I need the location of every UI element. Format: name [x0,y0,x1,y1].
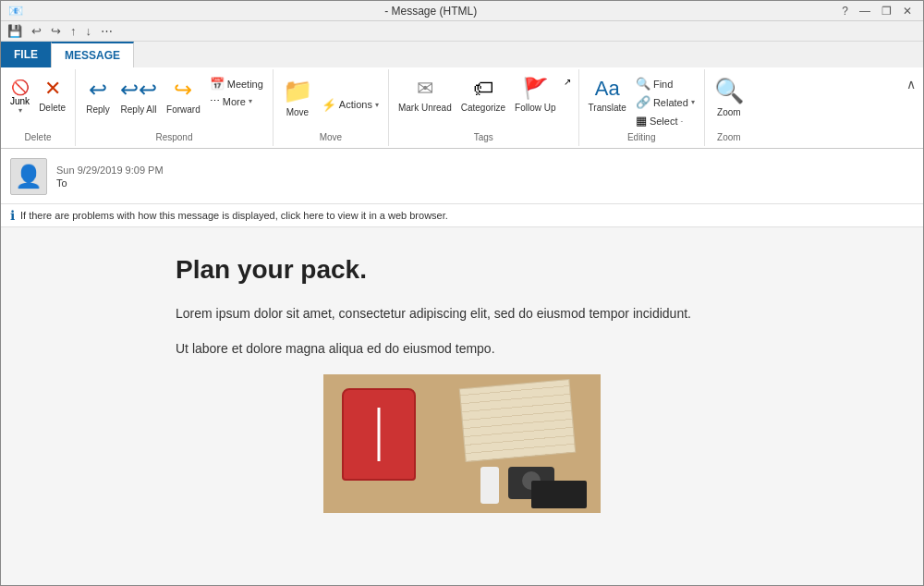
meeting-icon: 📅 [210,77,225,91]
translate-icon: Aa [595,77,620,101]
ribbon-group-move: 📁 Move ⚡ Actions ▾ Move [274,69,389,146]
email-headline: Plan your pack. [176,255,748,285]
message-to-label: To [56,177,164,189]
reply-label: Reply [86,104,110,115]
select-label: Select [650,116,678,127]
email-body: Plan your pack. Lorem ipsum dolor sit am… [1,227,923,585]
ribbon-group-editing: Aa Translate 🔍 Find 🔗 Related ▾ ▦ [579,69,705,146]
email-paragraph2: Ut labore et dolore magna aliqua ed do e… [176,338,748,359]
delete-icon: ✕ [44,77,61,101]
close-button[interactable]: ✕ [899,5,916,18]
redo-quick-button[interactable]: ↪ [48,23,64,39]
move-label: Move [286,107,309,117]
email-content: Plan your pack. Lorem ipsum dolor sit am… [139,255,785,513]
next-item-button[interactable]: ↓ [83,23,95,39]
ribbon-group-zoom: 🔍 Zoom Zoom [705,69,753,146]
move-group-content: 📁 Move ⚡ Actions ▾ [277,71,384,130]
editing-group-label: Editing [583,130,700,144]
zoom-button[interactable]: 🔍 Zoom [711,75,748,119]
move-icon: 📁 [283,77,312,105]
translate-label: Translate [589,103,626,113]
email-image-container [176,374,748,513]
window-controls: ? — ❐ ✕ [838,5,916,18]
forward-button[interactable]: ↪ Forward [163,75,204,116]
delete-label: Delete [39,103,66,113]
bag-image [531,481,587,508]
more-respond-icon: ⋯ [210,95,220,107]
prev-item-button[interactable]: ↑ [67,23,79,39]
actions-label: Actions [339,99,372,110]
junk-button[interactable]: 🚫 Junk ▾ [6,75,33,116]
move-button[interactable]: 📁 Move [279,75,316,119]
zoom-label: Zoom [717,107,741,117]
find-icon: 🔍 [636,77,650,91]
related-label: Related [653,97,688,108]
select-icon: ▦ [636,114,647,128]
tab-file[interactable]: FILE [1,42,51,67]
more-respond-label: More [223,96,246,107]
select-dropdown-arrow: - [680,116,683,125]
reply-button[interactable]: ↩ Reply [81,75,115,116]
tags-group-label: Tags [393,130,575,144]
respond-group-content: ↩ Reply ↩↩ Reply All ↪ Forward 📅 Meeting [79,71,269,130]
move-group-label: Move [277,130,384,144]
jacket-image [342,388,416,481]
minimize-button[interactable]: — [856,5,874,18]
respond-small-buttons: 📅 Meeting ⋯ More ▾ [206,75,267,109]
reply-all-button[interactable]: ↩↩ Reply All [116,75,161,116]
reply-all-label: Reply All [121,104,157,115]
sender-avatar: 👤 [10,158,47,195]
ribbon-group-tags: ✉ Mark Unread 🏷 Categorize 🚩 Follow Up ↗… [389,69,579,146]
meeting-button[interactable]: 📅 Meeting [206,75,267,92]
tab-message[interactable]: MESSAGE [51,42,134,67]
email-paragraph1: Lorem ipsum dolor sit amet, consectetur … [176,303,748,324]
restore-button[interactable]: ❐ [878,5,895,18]
follow-up-button[interactable]: 🚩 Follow Up [511,75,559,115]
info-icon: ℹ [10,208,15,223]
translate-button[interactable]: Aa Translate [585,75,630,115]
tags-expand-icon[interactable]: ↗ [564,77,571,87]
find-label: Find [653,79,673,90]
delete-group-content: 🚫 Junk ▾ ✕ Delete [5,71,71,130]
ribbon-group-respond: ↩ Reply ↩↩ Reply All ↪ Forward 📅 Meeting [76,69,274,146]
message-date: Sun 9/29/2019 9:09 PM [56,165,164,176]
actions-icon: ⚡ [322,98,336,112]
window-title: - Message (HTML) [23,5,838,18]
mark-unread-button[interactable]: ✉ Mark Unread [395,75,456,115]
related-dropdown-arrow: ▾ [691,98,695,106]
avatar-person-icon: 👤 [15,164,43,189]
more-respond-button[interactable]: ⋯ More ▾ [206,93,267,109]
quick-access-toolbar: 💾 ↩ ↪ ↑ ↓ ⋯ [1,21,923,42]
select-button[interactable]: ▦ Select - [632,112,699,129]
title-bar: 📧 - Message (HTML) ? — ❐ ✕ [1,1,923,21]
categorize-label: Categorize [461,103,505,113]
more-dropdown-arrow: ▾ [249,97,252,105]
undo-quick-button[interactable]: ↩ [29,23,44,39]
save-quick-button[interactable]: 💾 [5,23,25,39]
related-button[interactable]: 🔗 Related ▾ [632,93,699,111]
window-frame: 📧 - Message (HTML) ? — ❐ ✕ 💾 ↩ ↪ ↑ ↓ ⋯ F… [0,0,924,586]
ribbon: 🚫 Junk ▾ ✕ Delete Delete ↩ Reply ↩↩ [1,67,923,149]
mark-unread-icon: ✉ [417,77,433,101]
find-button[interactable]: 🔍 Find [632,75,699,92]
info-bar[interactable]: ℹ If there are problems with how this me… [1,204,923,227]
info-text[interactable]: If there are problems with how this mess… [20,210,448,221]
forward-label: Forward [166,104,201,115]
categorize-icon: 🏷 [473,77,493,101]
reply-icon: ↩ [89,77,107,103]
help-button[interactable]: ? [838,5,852,18]
editing-group-content: Aa Translate 🔍 Find 🔗 Related ▾ ▦ [583,71,700,130]
categorize-button[interactable]: 🏷 Categorize [457,75,509,115]
delete-button[interactable]: ✕ Delete [35,75,69,115]
junk-icon: 🚫 [11,79,30,96]
follow-up-label: Follow Up [515,103,555,113]
related-icon: 🔗 [636,95,650,109]
more-quick-button[interactable]: ⋯ [98,23,116,39]
zoom-icon: 🔍 [714,77,744,105]
editing-small-buttons: 🔍 Find 🔗 Related ▾ ▦ Select - [632,75,699,129]
ribbon-collapse-button[interactable]: ∧ [899,73,923,95]
ribbon-group-delete: 🚫 Junk ▾ ✕ Delete Delete [1,69,76,146]
actions-button[interactable]: ⚡ Actions ▾ [318,96,383,114]
delete-group-label: Delete [5,130,71,144]
meeting-label: Meeting [227,79,263,90]
